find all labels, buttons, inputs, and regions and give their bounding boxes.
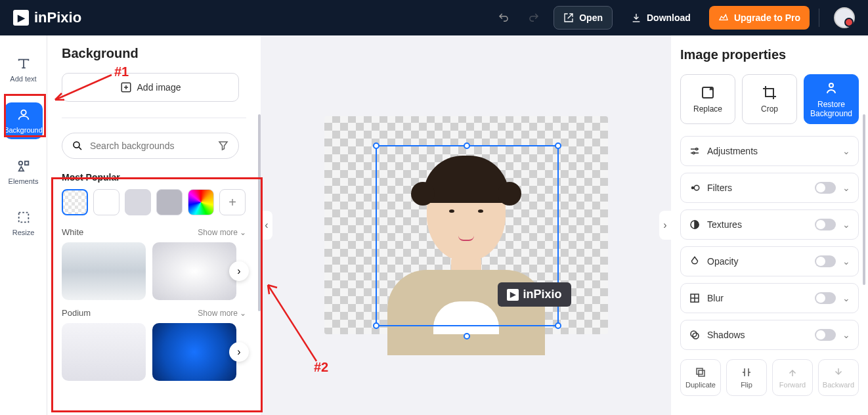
shadows-toggle[interactable] [815, 329, 836, 341]
chevron-down-icon: ⌄ [842, 256, 850, 267]
thumb-white-1[interactable] [62, 242, 146, 300]
swatch-white[interactable] [93, 189, 119, 215]
swatch-add[interactable]: + [219, 189, 246, 215]
blur-row[interactable]: Blur⌄ [680, 283, 859, 313]
collapse-left-button[interactable]: ‹ [261, 211, 272, 240]
filters-icon [689, 182, 701, 194]
chevron-down-icon: ⌄ [240, 309, 246, 318]
svg-rect-16 [697, 368, 703, 374]
opacity-row[interactable]: Opacity⌄ [680, 246, 859, 276]
svg-rect-3 [18, 213, 28, 223]
canvas-area: ‹ ▶ inPixio › [261, 35, 671, 415]
category-white: White Show more ⌄ [62, 227, 246, 237]
swatch-grey[interactable] [156, 189, 183, 215]
separator [62, 118, 246, 118]
cat-white-label: White [62, 227, 83, 237]
next-white[interactable]: › [229, 261, 249, 281]
backward-button[interactable]: Backward [818, 359, 859, 396]
handle-br[interactable] [555, 322, 561, 329]
swatch-colorpicker[interactable] [188, 189, 214, 215]
chevron-down-icon: ⌄ [842, 146, 850, 156]
restore-bg-button[interactable]: Restore Background [804, 74, 859, 124]
watermark: ▶ inPixio [498, 282, 571, 307]
svg-point-7 [829, 83, 833, 87]
download-button[interactable]: Download [622, 6, 700, 30]
svg-point-11 [694, 185, 699, 190]
add-image-button[interactable]: Add image [62, 73, 239, 102]
svg-rect-17 [699, 370, 705, 376]
redo-button[interactable] [523, 7, 544, 28]
next-podium[interactable]: › [229, 342, 249, 362]
search-box[interactable] [62, 133, 239, 159]
sidebar-item-addtext[interactable]: Add text [5, 51, 43, 88]
watermark-text: inPixio [523, 288, 561, 301]
chevron-down-icon: ⌄ [240, 228, 246, 237]
svg-point-0 [21, 110, 26, 115]
crop-button[interactable]: Crop [742, 74, 797, 124]
textures-icon [689, 219, 701, 230]
textures-row[interactable]: Textures⌄ [680, 209, 859, 240]
handle-bm[interactable] [464, 333, 470, 339]
handle-tm[interactable] [464, 142, 470, 149]
svg-point-8 [696, 148, 698, 150]
blur-toggle[interactable] [815, 292, 836, 304]
adjustments-row[interactable]: Adjustments⌄ [680, 136, 859, 166]
filters-toggle[interactable] [815, 182, 836, 194]
add-image-icon [120, 81, 132, 93]
shadows-icon [689, 329, 701, 341]
chevron-down-icon: ⌄ [842, 219, 850, 230]
filter-icon[interactable] [217, 140, 229, 152]
handle-tl[interactable] [373, 142, 380, 149]
search-input[interactable] [90, 141, 211, 151]
blur-icon [689, 292, 701, 304]
svg-point-5 [74, 142, 79, 148]
opacity-icon [689, 255, 701, 267]
shadows-row[interactable]: Shadows⌄ [680, 320, 859, 350]
show-more-podium[interactable]: Show more ⌄ [198, 309, 246, 318]
show-more-white[interactable]: Show more ⌄ [198, 228, 246, 237]
upgrade-label: Upgrade to Pro [734, 12, 800, 23]
sidebar: Add text Background Elements Resize [0, 35, 47, 415]
thumb-white-2[interactable] [152, 242, 236, 300]
open-button[interactable]: Open [553, 6, 613, 30]
replace-button[interactable]: Replace [680, 74, 735, 124]
logo: ▶ inPixio [13, 9, 81, 26]
divider [819, 9, 819, 27]
duplicate-button[interactable]: Duplicate [680, 359, 721, 396]
properties-title: Image properties [680, 47, 859, 62]
thumb-podium-1[interactable] [62, 323, 146, 381]
sidebar-item-resize[interactable]: Resize [5, 205, 43, 242]
opacity-toggle[interactable] [815, 255, 836, 267]
thumb-row-white: › [62, 242, 246, 300]
sidebar-item-background[interactable]: Background [5, 102, 43, 139]
swatch-transparent[interactable] [62, 189, 88, 215]
filters-row[interactable]: Filters⌄ [680, 173, 859, 203]
search-icon [72, 140, 83, 152]
handle-bl[interactable] [373, 322, 380, 329]
cat-podium-label: Podium [62, 308, 91, 318]
download-label: Download [647, 12, 691, 23]
textures-toggle[interactable] [815, 219, 836, 230]
panel-title: Background [62, 46, 246, 61]
collapse-right-button[interactable]: › [659, 211, 671, 240]
sidebar-item-elements[interactable]: Elements [5, 154, 43, 190]
swatch-lightgrey[interactable] [125, 189, 151, 215]
upgrade-button[interactable]: Upgrade to Pro [709, 6, 810, 30]
thumb-row-podium: › [62, 323, 246, 381]
brand-text: inPixio [34, 9, 81, 26]
handle-tr[interactable] [555, 142, 561, 149]
sidebar-resize-label: Resize [12, 229, 35, 236]
properties-panel: Image properties Replace Crop Restore Ba… [671, 35, 868, 415]
forward-button[interactable]: Forward [772, 359, 813, 396]
svg-point-1 [18, 162, 22, 165]
chevron-down-icon: ⌄ [842, 330, 850, 340]
undo-button[interactable] [493, 7, 514, 28]
svg-point-10 [692, 187, 694, 189]
svg-point-9 [693, 152, 695, 154]
thumb-podium-2[interactable] [152, 323, 236, 381]
chevron-down-icon: ⌄ [842, 293, 850, 303]
flip-button[interactable]: Flip [726, 359, 767, 396]
add-image-label: Add image [137, 82, 181, 93]
canvas[interactable]: ▶ inPixio [324, 116, 608, 334]
avatar[interactable] [834, 7, 855, 28]
